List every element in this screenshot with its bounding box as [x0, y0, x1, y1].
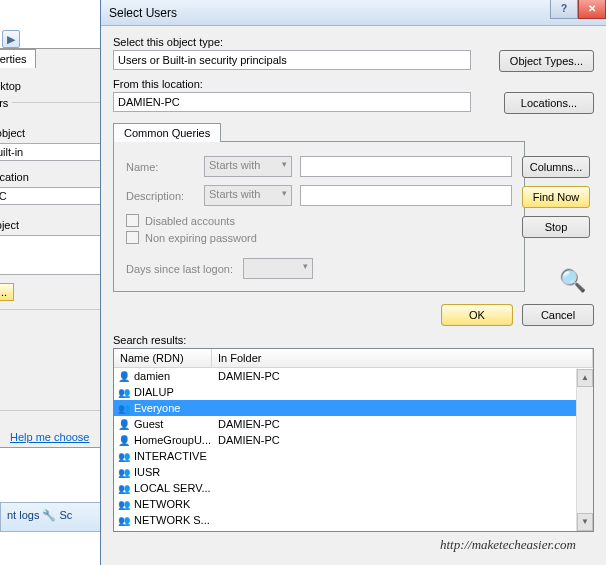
help-link[interactable]: Help me choose	[10, 431, 90, 443]
result-row[interactable]: NETWORK S...	[114, 512, 593, 528]
desc-filter-label: Description:	[126, 190, 196, 202]
locations-button[interactable]: Locations...	[504, 92, 594, 114]
object-type-label: Select this object type:	[113, 36, 594, 48]
bg-object-label: Select this object	[0, 127, 108, 139]
result-row[interactable]: HomeGroupU...DAMIEN-PC	[114, 432, 593, 448]
name-filter-label: Name:	[126, 161, 196, 173]
result-row[interactable]: DIALUP	[114, 384, 593, 400]
user-icon	[116, 433, 132, 447]
location-label: From this location:	[113, 78, 594, 90]
group-icon	[116, 513, 132, 527]
bg-object-input[interactable]	[0, 143, 108, 161]
common-queries-tab[interactable]: Common Queries	[113, 123, 221, 142]
help-icon[interactable]: ?	[550, 0, 578, 19]
result-name: LOCAL SERV...	[134, 482, 214, 494]
cancel-button[interactable]: Cancel	[522, 304, 594, 326]
result-name: Everyone	[134, 402, 214, 414]
advanced-button[interactable]: Advanced...	[0, 283, 14, 301]
titlebar: Select Users ? ✕	[101, 0, 606, 26]
result-name: DIALUP	[134, 386, 214, 398]
days-since-label: Days since last logon:	[126, 263, 233, 275]
result-name: IUSR	[134, 466, 214, 478]
nonexpiring-checkbox[interactable]	[126, 231, 139, 244]
group-icon	[116, 449, 132, 463]
disabled-checkbox[interactable]	[126, 214, 139, 227]
result-row[interactable]: GuestDAMIEN-PC	[114, 416, 593, 432]
nonexpiring-label: Non expiring password	[145, 232, 257, 244]
group-icon	[116, 465, 132, 479]
results-list: Name (RDN) In Folder damienDAMIEN-PCDIAL…	[113, 348, 594, 532]
col-folder-header[interactable]: In Folder	[212, 349, 593, 367]
location-input[interactable]	[113, 92, 471, 112]
results-header: Name (RDN) In Folder	[114, 349, 593, 368]
columns-button[interactable]: Columns...	[522, 156, 590, 178]
object-type-input[interactable]	[113, 50, 471, 70]
system-properties-tab[interactable]: ystem Properties	[0, 49, 36, 68]
group-icon	[116, 481, 132, 495]
stop-button[interactable]: Stop	[522, 216, 590, 238]
select-users-group: Select Users Select this object From thi…	[0, 102, 115, 310]
result-folder: DAMIEN-PC	[214, 434, 280, 446]
result-name: NETWORK	[134, 498, 214, 510]
user-icon	[116, 417, 132, 431]
desc-filter-input[interactable]	[300, 185, 512, 206]
group-icon	[116, 401, 132, 415]
result-row[interactable]: INTERACTIVE	[114, 448, 593, 464]
bg-enter-label: Enter the object	[0, 219, 108, 231]
group-title: Select Users	[0, 97, 12, 109]
nav-arrow[interactable]: ▶	[2, 30, 20, 48]
ok-button[interactable]: OK	[441, 304, 513, 326]
search-icon: 🔍	[559, 268, 586, 294]
result-name: HomeGroupU...	[134, 434, 214, 446]
result-row[interactable]: IUSR	[114, 464, 593, 480]
dialog-title: Select Users	[109, 6, 177, 20]
result-name: INTERACTIVE	[134, 450, 214, 462]
object-types-button[interactable]: Object Types...	[499, 50, 594, 72]
bg-enter-textarea[interactable]	[0, 235, 108, 275]
name-mode-combo[interactable]: Starts with	[204, 156, 292, 177]
group-icon	[116, 497, 132, 511]
bg-location-input[interactable]	[0, 187, 108, 205]
scrollbar[interactable]	[576, 369, 593, 531]
find-now-button[interactable]: Find Now	[522, 186, 590, 208]
result-row[interactable]: LOCAL SERV...	[114, 480, 593, 496]
result-row[interactable]: NETWORK	[114, 496, 593, 512]
group-icon	[116, 385, 132, 399]
desc-mode-combo[interactable]: Starts with	[204, 185, 292, 206]
result-row[interactable]: damienDAMIEN-PC	[114, 368, 593, 384]
result-folder: DAMIEN-PC	[214, 370, 280, 382]
result-name: NETWORK S...	[134, 514, 214, 526]
disabled-label: Disabled accounts	[145, 215, 235, 227]
user-icon	[116, 369, 132, 383]
results-label: Search results:	[113, 334, 594, 346]
result-name: Guest	[134, 418, 214, 430]
close-icon[interactable]: ✕	[578, 0, 606, 19]
common-queries-group: Name: Starts with Description: Starts wi…	[113, 141, 525, 292]
select-users-dialog: Select Users ? ✕ Select this object type…	[100, 0, 606, 565]
name-filter-input[interactable]	[300, 156, 512, 177]
result-row[interactable]: Everyone	[114, 400, 593, 416]
col-name-header[interactable]: Name (RDN)	[114, 349, 212, 367]
bg-location-label: From this location	[0, 171, 108, 183]
days-since-combo[interactable]	[243, 258, 313, 279]
result-name: damien	[134, 370, 214, 382]
watermark: http://maketecheasier.com	[440, 537, 576, 553]
result-folder: DAMIEN-PC	[214, 418, 280, 430]
